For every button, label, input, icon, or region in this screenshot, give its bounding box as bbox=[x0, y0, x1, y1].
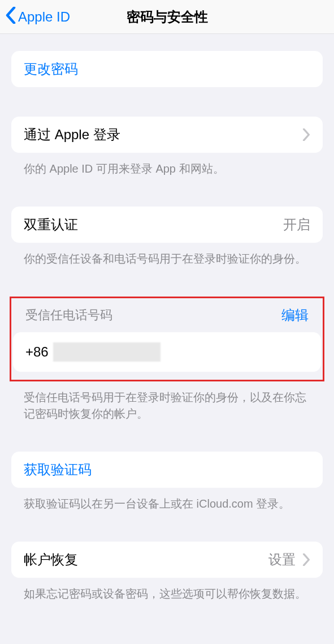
trusted-phone-redacted bbox=[53, 342, 161, 362]
chevron-right-icon bbox=[302, 128, 310, 141]
two-factor-value: 开启 bbox=[283, 216, 310, 234]
back-button[interactable]: Apple ID bbox=[0, 7, 70, 27]
get-code-group: 获取验证码 bbox=[11, 452, 323, 488]
trusted-phone-row[interactable]: +86 bbox=[13, 332, 321, 372]
account-recovery-label: 帐户恢复 bbox=[24, 551, 78, 569]
change-password-row[interactable]: 更改密码 bbox=[11, 51, 323, 87]
two-factor-label: 双重认证 bbox=[24, 216, 78, 234]
trusted-phone-prefix: +86 bbox=[25, 344, 49, 360]
chevron-left-icon bbox=[5, 7, 17, 27]
trusted-phone-group: +86 bbox=[13, 332, 321, 372]
two-factor-footer: 你的受信任设备和电话号码用于在登录时验证你的身份。 bbox=[11, 243, 323, 267]
sign-in-with-apple-group: 通过 Apple 登录 bbox=[11, 117, 323, 153]
trusted-phone-edit-button[interactable]: 编辑 bbox=[281, 306, 309, 324]
sign-in-with-apple-footer: 你的 Apple ID 可用来登录 App 和网站。 bbox=[11, 153, 323, 177]
chevron-right-icon bbox=[302, 553, 310, 566]
trusted-phone-footer: 受信任电话号码用于在登录时验证你的身份，以及在你忘记密码时恢复你的帐户。 bbox=[11, 381, 323, 422]
change-password-group: 更改密码 bbox=[11, 51, 323, 87]
trusted-phone-header-label: 受信任电话号码 bbox=[25, 307, 112, 324]
trusted-phone-highlight: 受信任电话号码 编辑 +86 bbox=[10, 297, 324, 381]
get-code-footer: 获取验证码以在另一台设备上或在 iCloud.com 登录。 bbox=[11, 488, 323, 512]
account-recovery-value: 设置 bbox=[268, 551, 296, 569]
get-code-label: 获取验证码 bbox=[24, 461, 92, 479]
change-password-label: 更改密码 bbox=[24, 60, 78, 78]
back-label: Apple ID bbox=[18, 9, 70, 25]
sign-in-with-apple-row[interactable]: 通过 Apple 登录 bbox=[11, 117, 323, 153]
account-recovery-group: 帐户恢复 设置 bbox=[11, 542, 323, 578]
sign-in-with-apple-label: 通过 Apple 登录 bbox=[24, 126, 120, 144]
two-factor-group: 双重认证 开启 bbox=[11, 207, 323, 243]
two-factor-row[interactable]: 双重认证 开启 bbox=[11, 207, 323, 243]
navigation-bar: Apple ID 密码与安全性 bbox=[0, 0, 334, 34]
account-recovery-row[interactable]: 帐户恢复 设置 bbox=[11, 542, 323, 578]
get-code-row[interactable]: 获取验证码 bbox=[11, 452, 323, 488]
account-recovery-footer: 如果忘记密码或设备密码，这些选项可以帮你恢复数据。 bbox=[11, 578, 323, 602]
trusted-phone-header: 受信任电话号码 编辑 bbox=[13, 306, 321, 332]
